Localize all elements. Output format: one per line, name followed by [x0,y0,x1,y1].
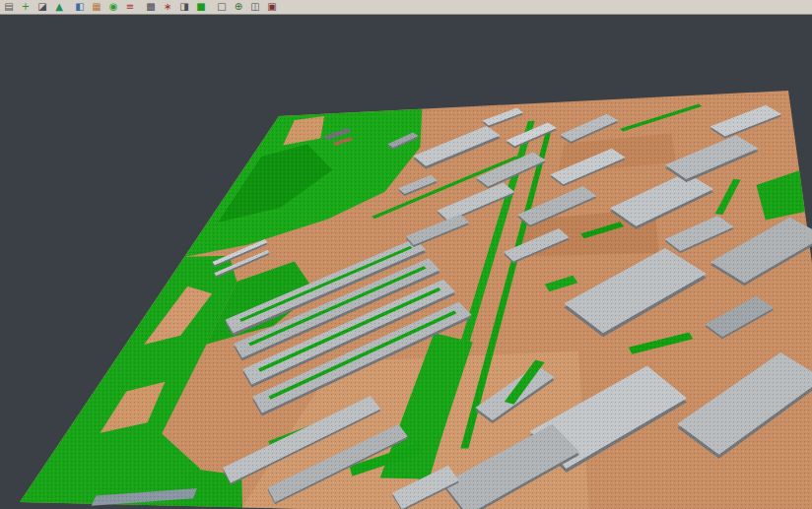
classification-icon[interactable]: ◉ [106,1,120,14]
terrain-icon[interactable]: ▲ [52,1,66,14]
texture-icon[interactable]: ▦ [90,1,103,14]
settings-icon[interactable]: ∗ [161,1,174,14]
layers-icon[interactable]: ≡ [123,1,137,14]
mesh-icon[interactable]: ◨ [177,1,191,14]
application-window: ▤+◪▲◧▦◉≡▩∗◨■□⊕◫▣ [0,0,812,509]
crop-icon[interactable]: □ [215,1,229,14]
save-icon[interactable]: ◪ [35,1,49,14]
toolbar-icon-group: ▤+◪▲◧▦◉≡▩∗◨■□⊕◫▣ [2,1,279,14]
vegetation-class-icon[interactable]: ■ [194,1,208,14]
viewport-3d[interactable] [0,15,812,509]
snapshot-icon[interactable]: ◫ [248,1,262,14]
ortho-view-icon[interactable]: ◧ [73,1,87,14]
open-project-icon[interactable]: ▤ [2,1,16,14]
globe-icon[interactable]: ⊕ [232,1,245,14]
add-data-icon[interactable]: + [19,1,33,14]
point-cloud-icon[interactable]: ▩ [144,1,158,14]
info-icon[interactable]: ▣ [265,1,279,14]
toolbar: ▤+◪▲◧▦◉≡▩∗◨■□⊕◫▣ [0,0,812,15]
